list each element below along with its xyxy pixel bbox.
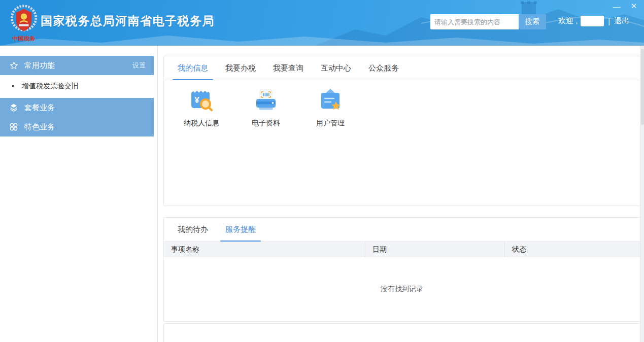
sidebar-item-special-business[interactable]: 特色业务 <box>0 117 154 136</box>
clover-icon <box>9 122 18 131</box>
search-input[interactable] <box>430 14 519 29</box>
tab-service-reminders[interactable]: 服务提醒 <box>224 218 257 241</box>
feature-label: 纳税人信息 <box>184 119 219 128</box>
sidebar: 常用功能 设置 增值税发票验交旧 套餐业务 <box>0 46 158 342</box>
tab-my-todo[interactable]: 我的待办 <box>177 218 209 241</box>
tab-interaction-center[interactable]: 互动中心 <box>320 56 352 80</box>
sidebar-item-common-functions[interactable]: 常用功能 设置 <box>0 56 154 75</box>
username-redacted <box>581 16 604 26</box>
todo-panel: 我的待办 服务提醒 事项名称 日期 状态 没有找到记录 <box>163 217 640 322</box>
settings-button[interactable]: 设置 <box>132 61 146 70</box>
layers-icon <box>9 103 18 112</box>
search-button[interactable]: 搜索 <box>519 14 546 29</box>
feature-taxpayer-info[interactable]: ¥ 纳税人信息 <box>179 87 224 128</box>
tab-label: 我的待办 <box>178 225 208 234</box>
table-header: 事项名称 日期 状态 <box>164 242 640 257</box>
logo-caption-glyph: 中国税务 <box>12 36 36 42</box>
feature-grid: ¥ 纳税人信息 <box>164 80 640 128</box>
electronic-documents-icon <box>253 87 279 114</box>
minimize-icon[interactable]: — <box>612 1 622 11</box>
user-separator: | <box>608 17 610 25</box>
tab-label: 公众服务 <box>368 63 399 73</box>
tab-label: 服务提醒 <box>225 225 256 234</box>
tax-bureau-logo: 中国税务 <box>8 3 40 43</box>
tab-label: 我要查询 <box>273 63 303 73</box>
header-search: 搜索 <box>430 14 546 29</box>
user-area: 欢迎 , | 退出 <box>558 15 629 26</box>
column-item-name: 事项名称 <box>164 242 365 257</box>
table-empty-state: 没有找到记录 <box>164 257 640 321</box>
feature-label: 用户管理 <box>316 119 345 128</box>
tab-public-services[interactable]: 公众服务 <box>367 56 400 80</box>
sidebar-item-label: 套餐业务 <box>24 103 55 113</box>
scrollbar-thumb[interactable] <box>641 49 644 125</box>
my-info-panel: 我的信息 我要办税 我要查询 互动中心 公众服务 ¥ <box>163 56 640 206</box>
column-date: 日期 <box>365 242 504 257</box>
sidebar-item-label: 特色业务 <box>24 122 55 132</box>
sidebar-item-label: 常用功能 <box>24 61 55 71</box>
empty-state-text: 没有找到记录 <box>381 285 423 294</box>
logout-button[interactable]: 退出 <box>614 16 629 26</box>
todo-tabbar: 我的待办 服务提醒 <box>164 218 640 242</box>
main-tabbar: 我的信息 我要办税 我要查询 互动中心 公众服务 <box>164 56 640 80</box>
taxpayer-info-icon: ¥ <box>188 87 215 114</box>
feature-label: 电子资料 <box>252 119 280 128</box>
page-title: 国家税务总局河南省电子税务局 <box>41 13 215 29</box>
tab-my-information[interactable]: 我的信息 <box>177 56 209 80</box>
welcome-label: 欢迎 , <box>558 16 578 26</box>
sidebar-quicklink-label: 增值税发票验交旧 <box>22 82 79 91</box>
vertical-scrollbar[interactable] <box>640 46 644 342</box>
svg-text:¥: ¥ <box>194 95 199 105</box>
app-header: 中国税务 中国税务 国家税务总局河南省电子税务局 搜索 欢迎 , | 退出 — … <box>0 0 644 46</box>
window-controls: — ✕ <box>612 1 639 11</box>
bottom-panel-partial <box>163 323 640 342</box>
sidebar-quicklink-vat-invoice[interactable]: 增值税发票验交旧 <box>0 75 154 97</box>
feature-user-management[interactable]: 用户管理 <box>308 87 353 128</box>
star-icon <box>9 61 18 70</box>
tab-label: 我要办税 <box>225 63 256 73</box>
tab-label: 互动中心 <box>321 63 351 73</box>
app-window: 中国税务 中国税务 国家税务总局河南省电子税务局 搜索 欢迎 , | 退出 — … <box>0 0 644 342</box>
sidebar-item-package-business[interactable]: 套餐业务 <box>0 98 154 117</box>
user-management-icon <box>317 87 344 114</box>
column-status: 状态 <box>504 242 640 257</box>
feature-electronic-documents[interactable]: 电子资料 <box>243 87 289 128</box>
bullet-icon <box>12 85 14 87</box>
tab-label: 我的信息 <box>178 63 208 73</box>
close-icon[interactable]: ✕ <box>629 1 639 11</box>
tab-handle-tax[interactable]: 我要办税 <box>224 56 257 80</box>
tab-query[interactable]: 我要查询 <box>272 56 304 80</box>
